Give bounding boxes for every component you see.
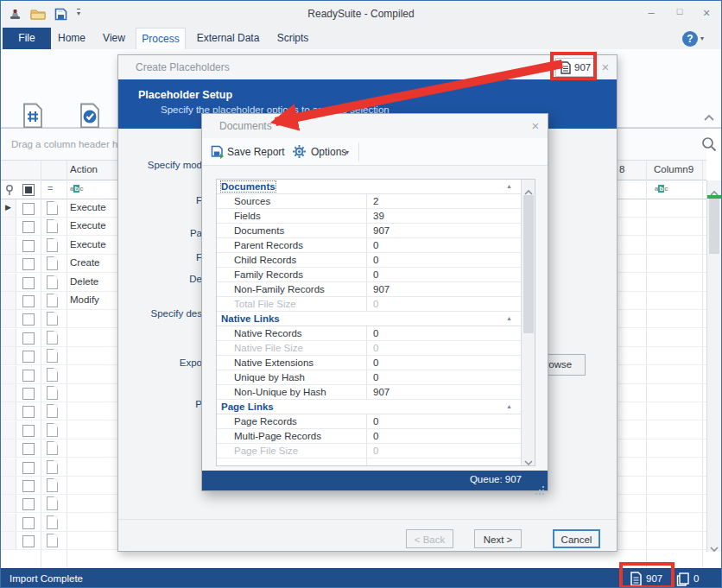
column-header-8[interactable]: 8 xyxy=(619,164,624,174)
table-row: Multi-Page Records0 xyxy=(217,429,521,444)
table-row: Total File Size0 xyxy=(217,297,521,312)
table-row: Family Records0 xyxy=(217,268,521,282)
field-label-partial: Pa xyxy=(123,228,202,238)
close-button[interactable]: × xyxy=(697,6,716,22)
action-cell: Execute xyxy=(70,220,106,231)
scrollbar-down-icon[interactable] xyxy=(710,541,719,556)
row-checkbox[interactable] xyxy=(22,406,35,418)
document-icon xyxy=(47,294,58,307)
row-checkbox[interactable] xyxy=(22,240,35,252)
row-checkbox[interactable] xyxy=(22,313,35,326)
minimize-button[interactable]: – xyxy=(642,6,661,22)
next-button[interactable]: Next > xyxy=(474,529,522,548)
collapse-arrow-icon[interactable]: ▲ xyxy=(506,183,512,189)
collapse-arrow-icon[interactable]: ▲ xyxy=(506,403,512,409)
scrollbar-thumb[interactable] xyxy=(523,195,534,333)
section-header[interactable]: Native Links ▲ xyxy=(217,312,521,326)
action-cell: Execute xyxy=(70,239,106,250)
tab-scripts[interactable]: Scripts xyxy=(270,28,315,49)
column-header-action[interactable]: Action xyxy=(70,164,98,174)
row-checkbox[interactable] xyxy=(22,332,35,345)
row-checkbox[interactable] xyxy=(22,462,35,474)
help-icon[interactable]: ? xyxy=(682,31,698,47)
document-icon xyxy=(47,478,58,492)
tab-file[interactable]: File xyxy=(3,28,51,49)
document-icon xyxy=(47,460,58,474)
table-row: Sources2 xyxy=(217,194,521,209)
document-icon xyxy=(47,256,58,270)
action-cell: Modify xyxy=(70,294,99,305)
row-checkbox[interactable] xyxy=(22,388,35,400)
row-checkbox[interactable] xyxy=(22,221,35,233)
row-checkbox[interactable] xyxy=(22,535,35,547)
field-label-partial: Specify des xyxy=(123,308,202,319)
current-row-arrow: ▶ xyxy=(5,203,11,212)
abc-filter-icon[interactable]: abc xyxy=(70,185,84,193)
badge-count: 907 xyxy=(574,62,591,73)
status-pages-icon xyxy=(676,572,690,588)
document-icon xyxy=(47,423,58,437)
scrollbar-thumb[interactable] xyxy=(709,199,719,254)
tab-home[interactable]: Home xyxy=(51,28,92,49)
title-bar: ▾ ReadySuite - Compiled – □ × xyxy=(1,1,721,27)
abc-filter-icon[interactable]: abc xyxy=(655,185,668,193)
section-title: Native Links xyxy=(221,313,280,324)
equals-operator-icon[interactable]: = xyxy=(48,183,53,193)
tab-view[interactable]: View xyxy=(92,28,136,49)
row-checkbox[interactable] xyxy=(22,498,35,510)
help-dropdown-icon[interactable]: ▾ xyxy=(700,35,704,42)
document-icon xyxy=(47,404,58,418)
section-header[interactable]: Page Links ▲ xyxy=(217,400,521,414)
queue-count: Queue: 907 xyxy=(470,474,522,484)
row-checkbox[interactable] xyxy=(22,480,35,492)
field-label-partial: Specify mod xyxy=(123,160,202,170)
row-checkbox[interactable] xyxy=(22,370,35,382)
document-icon xyxy=(47,219,58,233)
vertical-scrollbar[interactable] xyxy=(521,180,535,465)
tab-process[interactable]: Process xyxy=(136,28,186,49)
table-row: Native File Size0 xyxy=(217,341,521,356)
row-checkbox[interactable] xyxy=(22,203,35,215)
row-checkbox[interactable] xyxy=(22,277,35,289)
row-checkbox[interactable] xyxy=(22,425,35,437)
divider xyxy=(118,519,617,520)
status-message: Import Complete xyxy=(10,573,83,584)
back-button[interactable]: < Back xyxy=(406,529,453,548)
dialog-close-icon[interactable]: × xyxy=(598,60,612,75)
tab-external-data[interactable]: External Data xyxy=(186,28,270,49)
doc-badge-icon xyxy=(560,61,571,78)
cancel-button[interactable]: Cancel xyxy=(553,529,600,548)
dialog-close-icon[interactable]: × xyxy=(529,118,542,134)
document-icon xyxy=(47,201,58,215)
table-row xyxy=(217,458,521,466)
section-title: Documents xyxy=(221,181,276,192)
search-icon[interactable] xyxy=(700,136,718,156)
dropdown-caret-icon[interactable]: ▾ xyxy=(345,149,349,156)
maximize-button[interactable]: □ xyxy=(670,6,689,22)
row-checkbox[interactable] xyxy=(22,443,35,455)
vertical-scrollbar[interactable] xyxy=(706,180,721,552)
row-checkbox[interactable] xyxy=(22,351,35,363)
options-button[interactable]: Options xyxy=(311,146,346,158)
ribbon-collapse-icon[interactable] xyxy=(702,111,716,127)
section-header[interactable]: Documents ▲ xyxy=(217,180,521,194)
action-cell: Delete xyxy=(70,276,98,287)
row-checkbox[interactable] xyxy=(22,517,35,529)
field-label-partial: De xyxy=(123,274,202,284)
row-checkbox[interactable] xyxy=(22,258,35,270)
column-header-9[interactable]: Column9 xyxy=(654,164,694,174)
row-checkbox[interactable] xyxy=(22,295,35,307)
save-report-button[interactable]: Save Report xyxy=(227,146,285,158)
scrollbar-down-icon[interactable] xyxy=(524,454,533,466)
table-row: Fields39 xyxy=(217,209,521,224)
options-gear-icon xyxy=(292,144,307,162)
dialog-title-bar[interactable]: Create Placeholders 907 × xyxy=(118,55,617,79)
dialog-title-bar[interactable]: Documents × xyxy=(202,114,548,138)
document-icon xyxy=(47,496,58,510)
document-icon xyxy=(47,534,58,547)
collapse-arrow-icon[interactable]: ▲ xyxy=(506,315,512,321)
action-cell: Create xyxy=(70,257,100,268)
table-row: Documents907 xyxy=(217,224,521,238)
field-label-partial: Expo xyxy=(123,357,202,368)
filter-checkbox[interactable] xyxy=(22,184,35,196)
